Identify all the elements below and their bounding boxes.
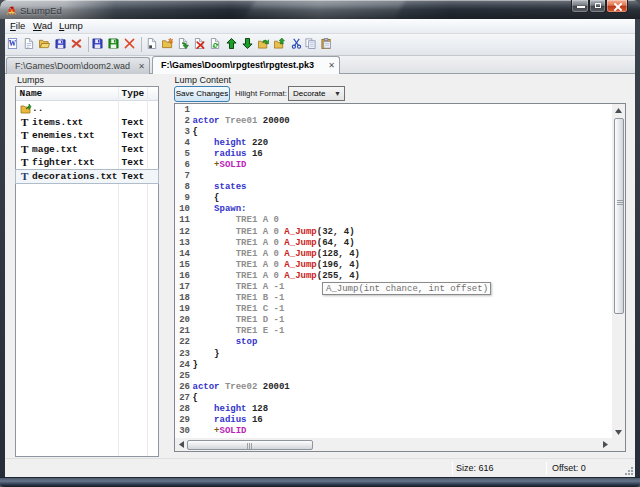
- svg-text:W: W: [9, 39, 17, 48]
